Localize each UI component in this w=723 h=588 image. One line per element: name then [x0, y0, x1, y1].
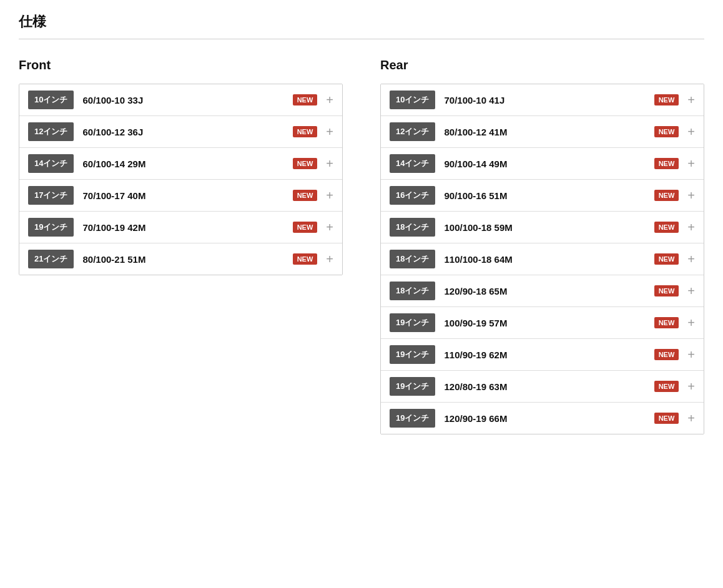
list-item: 21インチ80/100-21 51MNEW+: [19, 243, 342, 275]
size-badge: 17インチ: [28, 186, 74, 205]
new-badge: NEW: [654, 94, 679, 105]
list-item: 12インチ60/100-12 36JNEW+: [19, 116, 342, 148]
size-badge: 18インチ: [390, 218, 435, 237]
tire-size: 60/100-14 29M: [82, 159, 283, 169]
size-badge: 19インチ: [390, 345, 435, 364]
list-item: 18インチ120/90-18 65MNEW+: [381, 275, 704, 307]
tire-size: 110/100-18 64M: [444, 254, 645, 265]
tire-size: 100/100-18 59M: [444, 222, 645, 233]
expand-icon[interactable]: +: [326, 125, 333, 139]
tire-size: 60/100-12 36J: [82, 127, 283, 137]
list-item: 14インチ90/100-14 49MNEW+: [381, 148, 704, 180]
size-badge: 16インチ: [390, 186, 435, 205]
list-item: 19インチ120/90-19 66MNEW+: [381, 403, 704, 434]
list-item: 12インチ80/100-12 41MNEW+: [381, 116, 704, 148]
expand-icon[interactable]: +: [687, 380, 695, 394]
expand-icon[interactable]: +: [687, 93, 695, 107]
new-badge: NEW: [293, 126, 318, 137]
new-badge: NEW: [654, 413, 679, 424]
expand-icon[interactable]: +: [687, 252, 695, 267]
new-badge: NEW: [654, 349, 679, 360]
list-item: 16インチ90/100-16 51MNEW+: [381, 180, 704, 212]
list-item: 19インチ100/90-19 57MNEW+: [381, 307, 704, 339]
size-badge: 12インチ: [390, 122, 435, 141]
new-badge: NEW: [654, 381, 679, 392]
list-item: 19インチ70/100-19 42MNEW+: [19, 212, 342, 243]
expand-icon[interactable]: +: [326, 157, 333, 171]
tire-size: 120/90-19 66M: [444, 413, 645, 424]
list-item: 14インチ60/100-14 29MNEW+: [19, 148, 342, 180]
tire-size: 80/100-12 41M: [444, 127, 645, 137]
new-badge: NEW: [293, 253, 318, 265]
size-badge: 19インチ: [390, 313, 435, 332]
new-badge: NEW: [654, 190, 679, 201]
list-item: 10インチ70/100-10 41JNEW+: [381, 84, 704, 116]
expand-icon[interactable]: +: [687, 411, 695, 426]
size-badge: 18インチ: [390, 282, 435, 300]
size-badge: 12インチ: [28, 122, 74, 141]
list-item: 18インチ100/100-18 59MNEW+: [381, 212, 704, 243]
new-badge: NEW: [293, 190, 318, 201]
new-badge: NEW: [654, 222, 679, 233]
expand-icon[interactable]: +: [326, 93, 333, 107]
expand-icon[interactable]: +: [326, 252, 333, 267]
list-item: 19インチ120/80-19 63MNEW+: [381, 371, 704, 403]
new-badge: NEW: [654, 126, 679, 137]
tire-size: 120/80-19 63M: [444, 381, 645, 392]
size-badge: 10インチ: [28, 91, 74, 109]
expand-icon[interactable]: +: [687, 284, 695, 298]
tire-size: 100/90-19 57M: [444, 318, 645, 328]
rear-column: Rear 10インチ70/100-10 41JNEW+12インチ80/100-1…: [380, 58, 704, 434]
size-badge: 19インチ: [28, 218, 74, 237]
size-badge: 19インチ: [390, 409, 435, 428]
size-badge: 19インチ: [390, 377, 435, 396]
tire-size: 60/100-10 33J: [82, 95, 283, 105]
tire-size: 90/100-16 51M: [444, 190, 645, 201]
list-item: 18インチ110/100-18 64MNEW+: [381, 243, 704, 275]
tire-size: 70/100-17 40M: [82, 190, 283, 201]
expand-icon[interactable]: +: [687, 348, 695, 362]
size-badge: 14インチ: [390, 154, 435, 173]
expand-icon[interactable]: +: [687, 125, 695, 139]
rear-item-list: 10インチ70/100-10 41JNEW+12インチ80/100-12 41M…: [380, 84, 704, 434]
page-title: 仕様: [19, 12, 704, 31]
size-badge: 18インチ: [390, 250, 435, 268]
new-badge: NEW: [654, 317, 679, 328]
list-item: 10インチ60/100-10 33JNEW+: [19, 84, 342, 116]
front-title: Front: [19, 58, 343, 72]
section-divider: [19, 39, 704, 39]
new-badge: NEW: [293, 222, 318, 233]
expand-icon[interactable]: +: [326, 220, 333, 235]
expand-icon[interactable]: +: [687, 220, 695, 235]
tire-size: 120/90-18 65M: [444, 286, 645, 296]
tire-size: 110/90-19 62M: [444, 350, 645, 360]
new-badge: NEW: [293, 158, 318, 169]
new-badge: NEW: [293, 94, 318, 105]
size-badge: 21インチ: [28, 250, 74, 268]
new-badge: NEW: [654, 253, 679, 265]
list-item: 19インチ110/90-19 62MNEW+: [381, 339, 704, 371]
expand-icon[interactable]: +: [687, 157, 695, 171]
expand-icon[interactable]: +: [687, 316, 695, 330]
main-columns: Front 10インチ60/100-10 33JNEW+12インチ60/100-…: [19, 58, 704, 434]
list-item: 17インチ70/100-17 40MNEW+: [19, 180, 342, 212]
expand-icon[interactable]: +: [326, 189, 333, 203]
size-badge: 14インチ: [28, 154, 74, 173]
tire-size: 80/100-21 51M: [82, 254, 283, 265]
front-item-list: 10インチ60/100-10 33JNEW+12インチ60/100-12 36J…: [19, 84, 343, 275]
front-column: Front 10インチ60/100-10 33JNEW+12インチ60/100-…: [19, 58, 343, 434]
new-badge: NEW: [654, 158, 679, 169]
size-badge: 10インチ: [390, 91, 435, 109]
tire-size: 90/100-14 49M: [444, 159, 645, 169]
tire-size: 70/100-10 41J: [444, 95, 645, 105]
expand-icon[interactable]: +: [687, 189, 695, 203]
new-badge: NEW: [654, 285, 679, 296]
tire-size: 70/100-19 42M: [82, 222, 283, 233]
rear-title: Rear: [380, 58, 704, 72]
